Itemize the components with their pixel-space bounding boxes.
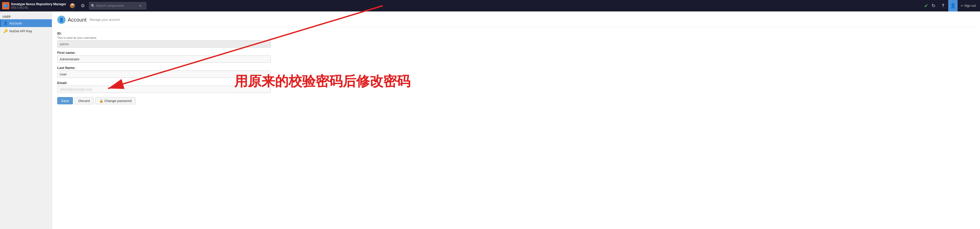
key-icon: 🔑 xyxy=(3,29,8,33)
change-password-label: Change password xyxy=(104,99,132,103)
discard-label: Discard xyxy=(78,99,90,103)
id-field-group: ID: This is used as your username. xyxy=(57,32,271,48)
page-header-icon: 👤 xyxy=(57,16,65,24)
id-label: ID: xyxy=(57,32,271,35)
gear-icon: ⚙ xyxy=(81,3,85,9)
lastname-label: Last Name: xyxy=(57,66,271,70)
page-subtitle: Manage your account xyxy=(89,18,119,22)
navbar: 🔷 Sonatype Nexus Repository Manager OSS … xyxy=(0,0,980,11)
sidebar-section-user: User xyxy=(0,14,52,19)
lastname-field-group: Last Name: xyxy=(57,66,271,78)
app-version: OSS 3.16.2-01 xyxy=(11,6,66,9)
save-button[interactable]: Save xyxy=(57,97,73,104)
save-label: Save xyxy=(61,99,69,103)
search-box: 🔍 ✕ xyxy=(89,2,146,10)
help-button[interactable]: ? xyxy=(939,2,947,10)
firstname-field-group: First name: xyxy=(57,51,271,63)
search-clear-icon[interactable]: ✕ xyxy=(139,4,142,8)
help-icon: ? xyxy=(942,3,944,8)
account-form: ID: This is used as your username. First… xyxy=(57,32,271,104)
sign-out-icon: ↩ xyxy=(961,4,963,8)
id-input xyxy=(57,40,271,48)
sidebar-item-account[interactable]: 👤 Account xyxy=(0,19,52,27)
account-page-icon: 👤 xyxy=(59,17,64,22)
refresh-icon: ↻ xyxy=(932,3,935,9)
components-button[interactable]: 📦 xyxy=(68,2,76,10)
page-header: 👤 Account Manage your account xyxy=(57,16,975,27)
email-field-group: Email: xyxy=(57,81,271,93)
email-input[interactable] xyxy=(57,86,271,93)
search-input[interactable] xyxy=(96,4,138,8)
status-icon: ✔ xyxy=(924,3,928,9)
change-password-button[interactable]: 🔒 Change password xyxy=(95,97,136,104)
account-icon: 👤 xyxy=(3,21,8,25)
firstname-input[interactable] xyxy=(57,56,271,63)
discard-button[interactable]: Discard xyxy=(75,97,94,104)
lastname-input[interactable] xyxy=(57,70,271,78)
form-actions: Save Discard 🔒 Change password xyxy=(57,97,271,104)
navbar-right: ✔ ↻ ? 👤 ↩ Sign out xyxy=(924,0,978,11)
page-title: Account xyxy=(68,17,86,23)
sidebar-item-nuget[interactable]: 🔑 NuGet API Key xyxy=(0,27,52,35)
sign-out-label: Sign out xyxy=(964,4,976,8)
id-helper: This is used as your username. xyxy=(57,36,271,39)
sidebar-item-nuget-label: NuGet API Key xyxy=(10,29,32,33)
app-name: Sonatype Nexus Repository Manager xyxy=(11,2,66,6)
main-layout: User 👤 Account 🔑 NuGet API Key 👤 Account… xyxy=(0,11,980,229)
sign-out-button[interactable]: ↩ Sign out xyxy=(959,4,978,8)
components-icon: 📦 xyxy=(70,3,75,9)
search-icon: 🔍 xyxy=(91,4,95,8)
settings-button[interactable]: ⚙ xyxy=(79,2,87,10)
sidebar-item-account-label: Account xyxy=(10,21,22,25)
sidebar: User 👤 Account 🔑 NuGet API Key xyxy=(0,11,52,229)
email-label: Email: xyxy=(57,81,271,85)
firstname-label: First name: xyxy=(57,51,271,55)
lock-icon: 🔒 xyxy=(99,99,103,103)
content-area: 👤 Account Manage your account ID: This i… xyxy=(52,11,980,229)
user-icon: 👤 xyxy=(950,3,956,9)
brand-text: Sonatype Nexus Repository Manager OSS 3.… xyxy=(11,2,66,9)
user-button[interactable]: 👤 xyxy=(948,0,958,11)
brand: 🔷 Sonatype Nexus Repository Manager OSS … xyxy=(2,2,66,10)
refresh-button[interactable]: ↻ xyxy=(929,2,938,10)
brand-icon: 🔷 xyxy=(2,2,10,10)
